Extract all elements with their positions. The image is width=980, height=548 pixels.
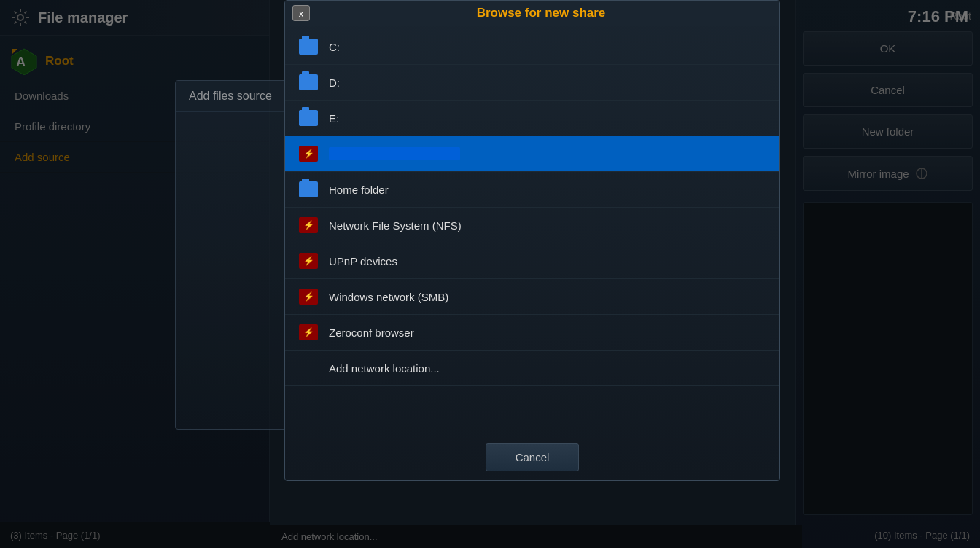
dialog-close-button[interactable]: x xyxy=(292,5,310,21)
list-item[interactable]: D: xyxy=(285,65,779,101)
list-item[interactable]: UPnP devices xyxy=(285,243,779,279)
dialog-title: Browse for new share xyxy=(310,6,772,20)
item-label: D: xyxy=(329,77,340,89)
list-item[interactable]: Windows network (SMB) xyxy=(285,279,779,315)
drive-icon xyxy=(298,179,319,200)
item-label: E: xyxy=(329,112,339,125)
dialog-footer: Cancel xyxy=(285,434,779,480)
list-item[interactable]: E: xyxy=(285,101,779,136)
list-item[interactable]: C: xyxy=(285,29,779,65)
network-icon xyxy=(298,251,319,271)
item-label: Add network location... xyxy=(329,362,440,375)
placeholder-icon xyxy=(298,358,319,378)
item-label: Network File System (NFS) xyxy=(329,219,462,232)
browse-list: C: D: E: Home folder Network File System… xyxy=(285,26,779,434)
net-icon xyxy=(298,144,319,164)
dialog-titlebar: x Browse for new share xyxy=(285,1,779,26)
browse-dialog: x Browse for new share C: D: E: Home fol… xyxy=(284,0,780,481)
item-label: Zeroconf browser xyxy=(329,326,414,339)
list-item[interactable]: Network File System (NFS) xyxy=(285,208,779,243)
drive-icon xyxy=(298,36,319,57)
network-icon xyxy=(298,286,319,307)
network-icon xyxy=(298,215,319,235)
drive-icon xyxy=(298,108,319,128)
item-label: Home folder xyxy=(329,184,389,196)
dialog-cancel-button[interactable]: Cancel xyxy=(486,443,580,471)
list-item-selected[interactable] xyxy=(285,136,779,172)
item-label: UPnP devices xyxy=(329,255,397,267)
drive-icon xyxy=(298,72,319,93)
item-label: C: xyxy=(329,41,340,53)
item-label: Windows network (SMB) xyxy=(329,291,448,303)
list-item[interactable]: Home folder xyxy=(285,172,779,208)
list-item[interactable]: Zeroconf browser xyxy=(285,315,779,351)
item-label xyxy=(329,147,460,160)
list-item-add-network[interactable]: Add network location... xyxy=(285,351,779,386)
network-icon xyxy=(298,322,319,342)
